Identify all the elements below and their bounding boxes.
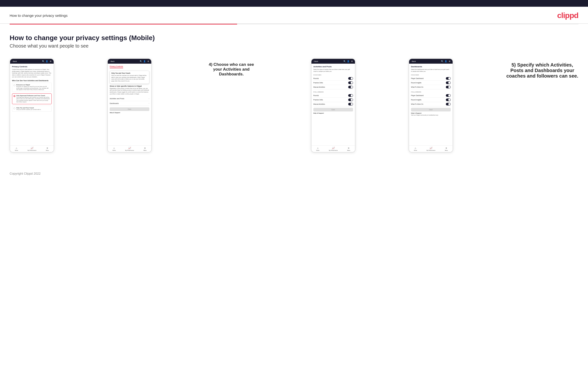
toggle-player-dashboard-coaches-switch[interactable] xyxy=(446,77,451,80)
show-hide-text: Regardless of the privacy controls that … xyxy=(110,88,149,95)
home-icon: ⌂ xyxy=(16,147,17,149)
bottom-nav-performance-3[interactable]: 📈 My Performance xyxy=(329,147,338,151)
toggle-manual-coaches-switch[interactable] xyxy=(348,86,353,88)
radio-option-2[interactable]: Only Approved Followers and Your Coach O… xyxy=(12,93,52,104)
phone-1-title: Privacy Controls xyxy=(12,66,52,68)
phone-2-back[interactable]: ‹ Back xyxy=(110,60,114,62)
phone-3-content: Activities and Posts Select the types of… xyxy=(311,64,355,145)
settings-icon-4[interactable]: ⚙ xyxy=(448,60,451,62)
settings-icon-3[interactable]: ⚙ xyxy=(351,60,353,62)
bottom-nav-performance-1[interactable]: 📈 My Performance xyxy=(28,147,36,151)
bottom-nav-menu-2[interactable]: ≡ Menu xyxy=(144,147,147,151)
mockup-group-3: ‹ Back 🔍 👤 ⚙ Activities and Posts Select… xyxy=(311,58,355,152)
settings-icon-2[interactable]: ⚙ xyxy=(147,60,149,62)
save-button-3[interactable]: Save xyxy=(313,108,353,111)
radio-option-3[interactable]: Only You and Your Coach Only you and the… xyxy=(12,106,52,112)
followers-label-3: FOLLOWERS xyxy=(313,91,353,93)
page-subtitle: Choose what you want people to see xyxy=(10,43,578,49)
help-text-4: Visit our Clippd community to troublesho… xyxy=(411,114,451,116)
phone-2-nav: ‹ Back 🔍 👤 ⚙ xyxy=(108,59,151,64)
user-icon-2[interactable]: 👤 xyxy=(143,60,146,62)
user-icon[interactable]: 👤 xyxy=(46,60,48,62)
followers-label-4: FOLLOWERS xyxy=(411,91,451,93)
bottom-nav-menu-4[interactable]: ≡ Menu xyxy=(445,147,448,151)
search-icon-4[interactable]: 🔍 xyxy=(441,60,443,62)
toggle-rounds-coaches: Rounds xyxy=(313,76,353,81)
page-title: How to change your privacy settings (Mob… xyxy=(10,34,578,42)
toggle-manual-followers-switch[interactable] xyxy=(348,103,353,105)
phone-4-nav: ‹ Back 🔍 👤 ⚙ xyxy=(409,59,453,64)
toggle-practice-followers-switch[interactable] xyxy=(348,99,353,101)
logo: clippd xyxy=(557,11,578,20)
toggle-what-to-work-followers: What To Work On xyxy=(411,102,451,106)
save-button-4[interactable]: Save xyxy=(411,108,451,111)
phone-4-back[interactable]: ‹ Back xyxy=(411,60,416,62)
search-icon[interactable]: 🔍 xyxy=(42,60,44,62)
popup-box: Only You and Your Coach Only you and the… xyxy=(110,71,149,84)
toggle-manual-coaches: Manual Activities xyxy=(313,85,353,89)
menu-icon-4: ≡ xyxy=(446,147,447,149)
phone-1: ‹ Back 🔍 👤 ⚙ Privacy Controls Control ho… xyxy=(10,58,54,152)
chevron-left-icon-4: ‹ xyxy=(411,60,412,62)
phone-2-nav-icons: 🔍 👤 ⚙ xyxy=(140,60,149,62)
top-bar xyxy=(0,0,588,7)
caption-4: 4) Choose who can see your Activities an… xyxy=(205,62,258,77)
radio-option-1[interactable]: Everyone on Clippd Everyone on Clippd ca… xyxy=(12,83,52,92)
phone-1-body: Control how and your data appears to eve… xyxy=(12,69,52,78)
toggle-rounds-coaches-switch[interactable] xyxy=(348,77,353,80)
user-icon-3[interactable]: 👤 xyxy=(347,60,349,62)
bottom-nav-home-4[interactable]: ⌂ Home xyxy=(414,147,417,151)
phone-1-nav-icons: 🔍 👤 ⚙ xyxy=(42,60,52,62)
menu-icon-2: ≡ xyxy=(144,147,146,149)
chevron-right-icon-activities: › xyxy=(149,98,149,100)
phone-4: ‹ Back 🔍 👤 ⚙ Dashboards Select the dashb… xyxy=(409,58,453,152)
show-hide-title: Show or hide specific features in Clippd xyxy=(110,85,149,87)
menu-row-activities[interactable]: Activities and Posts › xyxy=(110,96,149,101)
mockup-group-4: ‹ Back 🔍 👤 ⚙ Dashboards Select the dashb… xyxy=(409,58,453,152)
caption-5: 5) Specify which Activities, Posts and D… xyxy=(506,62,578,79)
toggle-rounds-followers: Rounds xyxy=(313,93,353,98)
phone-3-bottom-nav: ⌂ Home 📈 My Performance ≡ Menu xyxy=(311,145,355,152)
toggle-round-insights-followers-switch[interactable] xyxy=(446,99,451,101)
bottom-nav-menu-1[interactable]: ≡ Menu xyxy=(46,147,49,151)
bottom-nav-home-2[interactable]: ⌂ Home xyxy=(112,147,116,151)
phone-3-title: Activities and Posts xyxy=(313,66,353,68)
save-button-2[interactable]: Save xyxy=(110,107,149,111)
coaches-label-4: COACHES xyxy=(411,74,451,76)
settings-icon[interactable]: ⚙ xyxy=(49,60,52,62)
bottom-nav-performance-2[interactable]: 📈 My Performance xyxy=(125,147,134,151)
phone-3: ‹ Back 🔍 👤 ⚙ Activities and Posts Select… xyxy=(311,58,355,152)
chevron-left-icon-3: ‹ xyxy=(313,60,314,62)
help-support-2: Help & Support xyxy=(110,112,149,113)
bottom-nav-menu-3[interactable]: ≡ Menu xyxy=(347,147,350,151)
user-icon-4[interactable]: 👤 xyxy=(445,60,447,62)
phone-4-bottom-nav: ⌂ Home 📈 My Performance ≡ Menu xyxy=(409,145,453,152)
radio-option-2-text: Only Approved Followers and Your Coach O… xyxy=(16,95,50,103)
mockup-group-2: ‹ Back 🔍 👤 ⚙ Privacy Controls Only You a… xyxy=(107,58,152,152)
bottom-nav-performance-4[interactable]: 📈 My Performance xyxy=(427,147,435,151)
chevron-right-icon-dashboards: › xyxy=(149,102,149,104)
phone-2-content: Privacy Controls Only You and Your Coach… xyxy=(108,64,151,145)
toggle-practice-coaches-switch[interactable] xyxy=(348,81,353,84)
phone-3-back[interactable]: ‹ Back xyxy=(313,60,318,62)
search-icon-2[interactable]: 🔍 xyxy=(140,60,142,62)
toggle-player-dashboard-followers-switch[interactable] xyxy=(446,94,451,97)
toggle-what-to-work-coaches-switch[interactable] xyxy=(446,86,451,88)
radio-circle-1 xyxy=(13,84,15,86)
mockup-group-1: ‹ Back 🔍 👤 ⚙ Privacy Controls Control ho… xyxy=(10,58,54,152)
toggle-player-dashboard-followers: Player Dashboard xyxy=(411,93,451,98)
toggle-round-insights-coaches: Round Insights xyxy=(411,81,451,85)
phone-1-back[interactable]: ‹ Back xyxy=(12,60,17,62)
toggle-round-insights-coaches-switch[interactable] xyxy=(446,81,451,84)
menu-icon-3: ≡ xyxy=(348,147,349,149)
home-icon-4: ⌂ xyxy=(415,147,416,149)
chart-icon-2: 📈 xyxy=(128,147,131,149)
bottom-nav-home-3[interactable]: ⌂ Home xyxy=(316,147,319,151)
phone-3-body: Select the types of activity that you'd … xyxy=(313,69,353,72)
toggle-what-to-work-followers-switch[interactable] xyxy=(446,103,451,105)
menu-row-dashboards[interactable]: Dashboards › xyxy=(110,101,149,106)
toggle-rounds-followers-switch[interactable] xyxy=(348,94,353,97)
search-icon-3[interactable]: 🔍 xyxy=(343,60,346,62)
help-support-3: Help & Support xyxy=(313,112,353,114)
bottom-nav-home-1[interactable]: ⌂ Home xyxy=(15,147,18,151)
